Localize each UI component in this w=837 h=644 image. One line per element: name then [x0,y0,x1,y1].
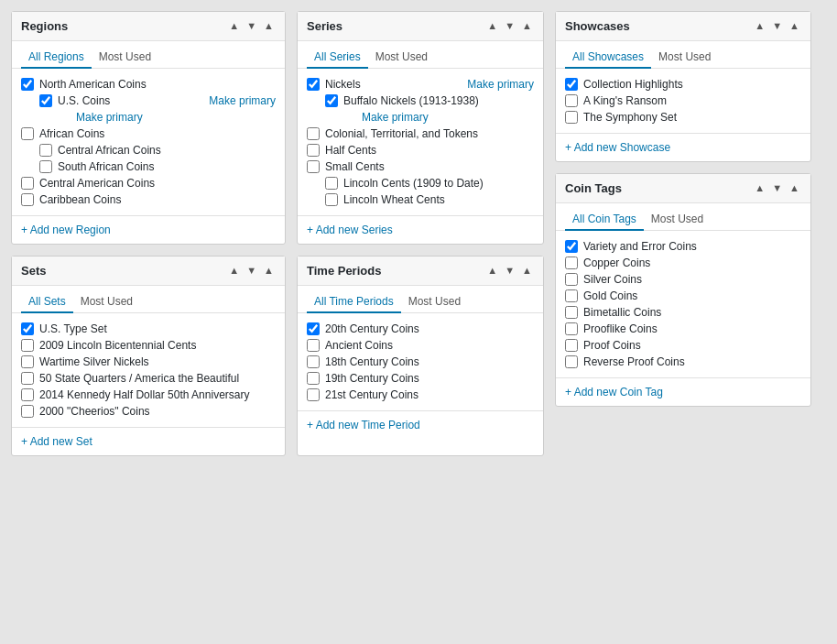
cointags-checkbox-prooflike[interactable] [565,322,578,335]
showcases-checkbox-symphonyset[interactable] [565,111,578,124]
timeperiods-panel: Time Periods ▲ ▼ ▲ All Time Periods Most… [297,256,544,456]
regions-checkbox-centralafrican[interactable] [39,144,52,157]
cointags-checkbox-bimetallic[interactable] [565,306,578,319]
sets-tab-mostused[interactable]: Most Used [73,291,140,313]
sets-up-btn[interactable]: ▲ [227,266,241,276]
timeperiods-label-18th: 18th Century Coins [325,355,419,368]
regions-tab-all[interactable]: All Regions [21,47,92,69]
series-makeprimary-bufnickels[interactable]: Make primary [362,111,429,124]
sets-checkbox-ustypeset[interactable] [21,322,34,335]
cointags-checkbox-reverseproof[interactable] [565,355,578,368]
cointags-checkbox-gold[interactable] [565,289,578,302]
showcases-checkbox-kingsransom[interactable] [565,94,578,107]
series-tab-all[interactable]: All Series [307,47,368,69]
regions-checkbox-southafrican[interactable] [39,160,52,173]
showcases-checkbox-collection[interactable] [565,78,578,91]
regions-up-btn[interactable]: ▲ [227,21,241,31]
list-item: 20th Century Coins [307,321,534,337]
sets-checkbox-cheerios[interactable] [21,405,34,418]
showcases-tab-mostused[interactable]: Most Used [651,47,718,69]
regions-down-btn[interactable]: ▼ [245,21,258,31]
timeperiods-sort-btn[interactable]: ▲ [520,266,534,276]
regions-checkbox-african[interactable] [21,127,34,140]
regions-makeprimary-northamerican[interactable]: Make primary [76,111,143,124]
cointags-down-btn[interactable]: ▼ [770,183,784,193]
series-checkbox-lincolnwheat[interactable] [325,193,338,206]
regions-add-link[interactable]: + Add new Region [12,215,285,244]
sets-controls: ▲ ▼ ▲ [227,266,276,276]
series-checkbox-bufnickels[interactable] [325,94,338,107]
timeperiods-down-btn[interactable]: ▼ [503,266,516,276]
regions-checkbox-uscoins[interactable] [39,94,52,107]
list-item: Half Cents [307,142,534,158]
series-panel: Series ▲ ▼ ▲ All Series Most Used Nickel… [297,11,544,245]
series-tab-mostused[interactable]: Most Used [368,47,435,69]
sets-checkbox-wartime[interactable] [21,355,34,368]
sets-add-link[interactable]: + Add new Set [12,427,285,455]
sets-sort-btn[interactable]: ▲ [262,266,276,276]
list-item: Gold Coins [565,288,801,304]
timeperiods-up-btn[interactable]: ▲ [485,266,499,276]
sets-checkbox-2009lincoln[interactable] [21,339,34,352]
series-tabs: All Series Most Used [298,41,543,69]
series-header: Series ▲ ▼ ▲ [298,12,543,41]
list-item: Small Cents [307,158,534,175]
list-item: U.S. Coins Make primary [39,93,276,109]
regions-checkbox-northamerican[interactable] [21,78,34,91]
cointags-add-link[interactable]: + Add new Coin Tag [556,377,810,406]
regions-checkbox-centralamerican[interactable] [21,177,34,190]
series-checkbox-colonial[interactable] [307,127,320,140]
timeperiods-checkbox-20th[interactable] [307,322,320,335]
regions-label-caribbean: Caribbean Coins [39,193,121,206]
regions-makeprimary-uscoins[interactable]: Make primary [209,94,276,107]
cointags-sort-btn[interactable]: ▲ [788,183,801,193]
cointags-tab-mostused[interactable]: Most Used [644,209,711,231]
series-add-link[interactable]: + Add new Series [298,215,543,244]
list-item: A King's Ransom [565,93,801,109]
showcases-down-btn[interactable]: ▼ [770,21,784,31]
regions-controls: ▲ ▼ ▲ [227,21,276,31]
sets-checkbox-50state[interactable] [21,372,34,385]
list-item: Prooflike Coins [565,321,801,337]
series-checkbox-halfcents[interactable] [307,144,320,157]
timeperiods-checkbox-ancient[interactable] [307,339,320,352]
series-title: Series [307,19,342,33]
timeperiods-tab-all[interactable]: All Time Periods [307,291,401,313]
cointags-checkbox-variety[interactable] [565,240,578,253]
regions-tabs: All Regions Most Used [12,41,285,69]
sets-label-ustypeset: U.S. Type Set [39,322,107,335]
series-makeprimary-nickels[interactable]: Make primary [467,78,534,91]
series-sort-btn[interactable]: ▲ [520,21,534,31]
timeperiods-checkbox-18th[interactable] [307,355,320,368]
list-item: South African Coins [39,158,276,175]
regions-sort-btn[interactable]: ▲ [262,21,276,31]
sets-checkbox-2014kennedy[interactable] [21,388,34,401]
list-item: The Symphony Set [565,109,801,126]
cointags-tab-all[interactable]: All Coin Tags [565,209,644,231]
regions-checkbox-caribbean[interactable] [21,193,34,206]
showcases-add-link[interactable]: + Add new Showcase [556,133,810,161]
series-checkbox-lincolncents[interactable] [325,177,338,190]
series-down-btn[interactable]: ▼ [503,21,516,31]
cointags-checkbox-proof[interactable] [565,339,578,352]
series-checkbox-smallcents[interactable] [307,160,320,173]
timeperiods-checkbox-19th[interactable] [307,372,320,385]
showcases-up-btn[interactable]: ▲ [753,21,766,31]
cointags-tabs: All Coin Tags Most Used [556,203,810,231]
showcases-body: Collection Highlights A King's Ransom Th… [556,69,810,133]
showcases-sort-btn[interactable]: ▲ [788,21,801,31]
timeperiods-add-link[interactable]: + Add new Time Period [298,410,543,439]
cointags-checkbox-copper[interactable] [565,257,578,269]
sets-down-btn[interactable]: ▼ [245,266,258,276]
timeperiods-tab-mostused[interactable]: Most Used [401,291,468,313]
cointags-checkbox-silver[interactable] [565,273,578,286]
timeperiods-checkbox-21st[interactable] [307,388,320,401]
regions-tab-mostused[interactable]: Most Used [92,47,158,69]
list-item: Lincoln Wheat Cents [325,191,534,208]
sets-tab-all[interactable]: All Sets [21,291,73,313]
cointags-up-btn[interactable]: ▲ [753,183,766,193]
series-checkbox-nickels[interactable] [307,78,320,91]
sets-title: Sets [21,264,46,278]
showcases-tab-all[interactable]: All Showcases [565,47,651,69]
series-up-btn[interactable]: ▲ [485,21,499,31]
